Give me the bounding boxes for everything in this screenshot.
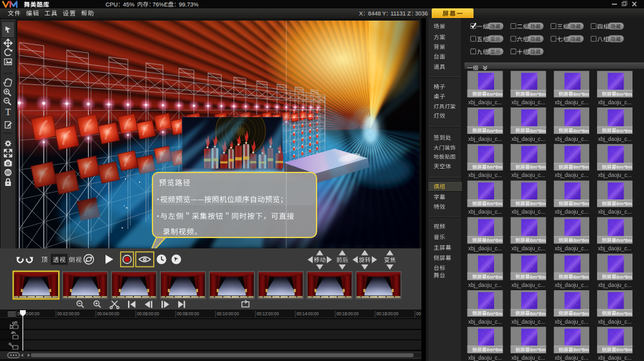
svg-text:45%: 45%	[123, 1, 134, 8]
svg-text:00:08:00:00: 00:08:00:00	[177, 311, 199, 316]
svg-text:00:18:00:00: 00:18:00:00	[376, 311, 399, 316]
svg-text:00:16:00:00: 00:16:00:00	[336, 311, 359, 316]
svg-text:CPU: CPU	[106, 1, 118, 8]
svg-text:3036: 3036	[415, 10, 428, 17]
svg-text:Z: Z	[407, 10, 411, 17]
svg-text:00:20:00:00: 00:20:00:00	[416, 311, 421, 316]
svg-text:00:14:00:00: 00:14:00:00	[297, 311, 319, 316]
svg-text:Y: Y	[382, 10, 386, 17]
svg-text:11131: 11131	[391, 10, 406, 17]
svg-text:00:10:00:00: 00:10:00:00	[217, 311, 239, 316]
svg-text:T: T	[5, 107, 11, 117]
svg-text:76%: 76%	[152, 1, 164, 8]
svg-text:00:04:00:00: 00:04:00:00	[97, 311, 120, 316]
svg-text:8448: 8448	[368, 10, 381, 17]
svg-text:00:02:00:00: 00:02:00:00	[57, 311, 80, 316]
svg-text:00:12:00:00: 00:12:00:00	[257, 311, 279, 316]
svg-text:X: X	[359, 10, 363, 17]
svg-text:00:06:00:00: 00:06:00:00	[137, 311, 160, 316]
svg-text:99.73%: 99.73%	[179, 1, 199, 8]
svg-text:E: E	[164, 1, 168, 8]
